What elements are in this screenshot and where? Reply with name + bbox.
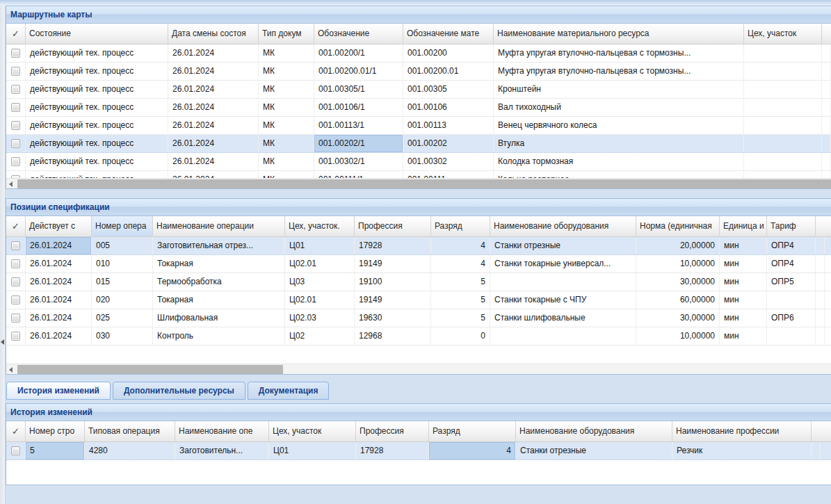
row-checkbox[interactable]: [11, 277, 20, 286]
column-header[interactable]: Разряд: [429, 421, 516, 441]
row-checkbox[interactable]: [11, 157, 20, 166]
select-all-header[interactable]: ✓: [6, 216, 26, 236]
table-row[interactable]: 26.01.2024025ШлифовальнаяЦ02.03196305Ста…: [6, 309, 831, 327]
column-header[interactable]: Норма (единичная: [636, 216, 720, 236]
grid-cell: 001.00202: [403, 135, 494, 152]
column-header[interactable]: Наименование профессии: [672, 421, 812, 441]
tab-active[interactable]: История изменений: [6, 382, 111, 400]
tab-inactive[interactable]: Документация: [248, 382, 330, 400]
column-header[interactable]: Номер стро: [26, 421, 85, 441]
row-select-cell: [6, 81, 26, 98]
grid-cell: 26.01.2024: [168, 63, 259, 80]
table-row[interactable]: действующий тех. процесс26.01.2024МК001.…: [6, 63, 831, 81]
row-checkbox[interactable]: [11, 446, 20, 455]
column-header[interactable]: Действует с: [26, 216, 92, 236]
grid-cell: 4: [431, 237, 490, 254]
table-row[interactable]: 26.01.2024005Заготовительная отрез...Ц01…: [6, 237, 831, 255]
row-checkbox[interactable]: [11, 121, 20, 130]
grid-cell: 001.00200/1: [314, 44, 403, 62]
grid-cell: Ц02.03: [285, 309, 355, 327]
column-header[interactable]: Обозначение: [314, 24, 403, 44]
table-row[interactable]: действующий тех. процесс26.01.2024МК001.…: [6, 153, 831, 171]
row-checkbox[interactable]: [11, 259, 20, 268]
column-header[interactable]: Профессия: [355, 216, 431, 236]
row-checkbox[interactable]: [11, 49, 20, 58]
grid-cell: 26.01.2024: [168, 171, 259, 178]
table-row[interactable]: 26.01.2024010ТокарнаяЦ02.01191494Станки …: [6, 255, 831, 273]
column-header[interactable]: Цех, участок: [744, 24, 822, 44]
grid-cell: Станки токарные с ЧПУ: [490, 291, 636, 309]
row-filler: [816, 291, 825, 309]
select-all-header[interactable]: ✓: [6, 421, 26, 441]
table-row[interactable]: действующий тех. процесс26.01.2024МК001.…: [6, 99, 831, 117]
column-header[interactable]: Разряд: [431, 216, 490, 236]
scrollbar-thumb[interactable]: [17, 179, 831, 188]
table-row[interactable]: 26.01.2024015ТермообработкаЦ0319100530,0…: [6, 273, 831, 291]
grid-cell: 26.01.2024: [168, 44, 259, 62]
grid-cell: 5: [26, 442, 85, 460]
column-header[interactable]: Профессия: [356, 421, 429, 441]
row-checkbox[interactable]: [11, 67, 20, 76]
grid-cell: 30,00000: [636, 273, 720, 291]
row-checkbox[interactable]: [11, 314, 20, 323]
grid-empty-space: [6, 346, 831, 364]
column-header[interactable]: Тип докум: [259, 24, 314, 44]
row-checkbox[interactable]: [11, 332, 20, 341]
table-row[interactable]: 26.01.2024020ТокарнаяЦ02.01191495Станки …: [6, 291, 831, 309]
column-header[interactable]: Наименование опе: [175, 421, 269, 441]
table-row[interactable]: действующий тех. процесс26.01.2024МК001.…: [6, 135, 831, 153]
scroll-left-arrow-icon[interactable]: [6, 364, 17, 375]
column-header[interactable]: Цех, участок.: [285, 216, 355, 236]
grid-cell: 26.01.2024: [26, 237, 92, 254]
history-panel: История изменений ✓Номер строТиповая опе…: [6, 403, 831, 485]
grid-cell: [744, 44, 822, 62]
tab-inactive[interactable]: Дополнительные ресурсы: [113, 382, 245, 400]
column-header[interactable]: Состояние: [26, 24, 168, 44]
scrollbar-thumb[interactable]: [17, 365, 283, 374]
column-header[interactable]: Единица и: [720, 216, 767, 236]
row-select-cell: [6, 327, 26, 345]
column-header[interactable]: Дата смены состоя: [168, 24, 259, 44]
grid-cell: 001.00200.01/1: [314, 63, 403, 80]
table-row[interactable]: действующий тех. процесс26.01.2024МК001.…: [6, 81, 831, 99]
row-select-cell: [6, 153, 26, 170]
grid-cell: Втулка: [494, 135, 744, 152]
column-header[interactable]: Наименование материального ресурса: [494, 24, 744, 44]
column-header[interactable]: Наименование оборудования: [490, 216, 636, 236]
row-checkbox[interactable]: [11, 103, 20, 112]
column-header[interactable]: Наименование операции: [153, 216, 285, 236]
column-header[interactable]: Наименование оборудования: [516, 421, 672, 441]
grid-cell: Токарная: [153, 291, 285, 309]
grid-cell: действующий тех. процесс: [26, 99, 168, 116]
grid-cell: 001.00106/1: [314, 99, 403, 116]
grid-cell: действующий тех. процесс: [26, 81, 168, 98]
grid-cell: [490, 273, 636, 291]
grid-cell: 001.00302: [403, 153, 494, 170]
grid-cell: 19149: [355, 255, 431, 273]
grid-cell: 26.01.2024: [168, 153, 259, 170]
header-filler: [822, 24, 831, 44]
table-row[interactable]: действующий тех. процесс26.01.2024МК001.…: [6, 171, 831, 178]
splitter-collapse-icon[interactable]: [1, 339, 4, 345]
row-filler: [822, 63, 831, 80]
table-row[interactable]: действующий тех. процесс26.01.2024МК001.…: [6, 117, 831, 135]
grid-header-row: ✓Номер строТиповая операцияНаименование …: [6, 421, 831, 442]
column-header[interactable]: Номер опера: [92, 216, 153, 236]
column-header[interactable]: Цех, участок: [269, 421, 356, 441]
row-checkbox[interactable]: [11, 241, 20, 250]
column-header[interactable]: Типовая операция: [85, 421, 175, 441]
row-checkbox[interactable]: [11, 139, 20, 148]
table-row[interactable]: 54280Заготовительн...Ц01179284Станки отр…: [6, 442, 831, 460]
row-checkbox[interactable]: [11, 85, 20, 94]
row-checkbox[interactable]: [11, 295, 20, 304]
left-splitter[interactable]: [0, 6, 6, 504]
column-header[interactable]: Обозначение мате: [403, 24, 494, 44]
table-row[interactable]: действующий тех. процесс26.01.2024МК001.…: [6, 44, 831, 63]
spec-positions-hscrollbar[interactable]: [6, 364, 831, 374]
select-all-header[interactable]: ✓: [6, 24, 26, 44]
column-header[interactable]: Тариф: [767, 216, 816, 236]
route-maps-hscrollbar[interactable]: [6, 178, 831, 188]
grid-cell: МК: [259, 153, 314, 170]
table-row[interactable]: 26.01.2024030КонтрольЦ0212968010,00000ми…: [6, 327, 831, 346]
scroll-left-arrow-icon[interactable]: [6, 179, 17, 189]
